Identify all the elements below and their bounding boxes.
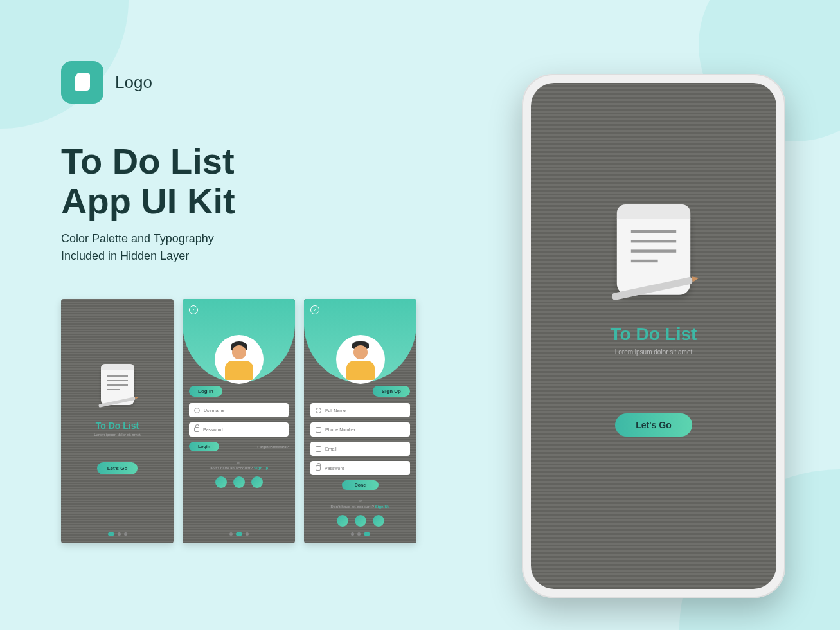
avatar bbox=[215, 335, 264, 384]
lock-icon bbox=[316, 465, 321, 471]
login-form: Username Password Login Forget Password?… bbox=[189, 403, 289, 488]
social-google-icon[interactable] bbox=[373, 515, 384, 526]
mail-icon bbox=[316, 446, 321, 452]
page-dots bbox=[229, 532, 249, 536]
lets-go-button[interactable]: Let's Go bbox=[615, 413, 692, 437]
back-button[interactable]: ‹ bbox=[189, 305, 198, 314]
subheadline: Color Palette and Typography Included in… bbox=[61, 230, 214, 265]
phone-field[interactable]: Phone Number bbox=[310, 422, 410, 437]
headline-line2: App UI Kit bbox=[61, 181, 235, 221]
subhead-line2: Included in Hidden Layer bbox=[61, 249, 189, 262]
social-google-icon[interactable] bbox=[251, 476, 263, 488]
signup-tab[interactable]: Sign Up bbox=[373, 386, 410, 397]
signup-prompt: Don't have an account? Sign up bbox=[189, 466, 289, 470]
password-field[interactable]: Password bbox=[189, 422, 289, 437]
scroll-paper-icon bbox=[617, 213, 690, 295]
login-button[interactable]: Login bbox=[189, 442, 219, 451]
phone-label: Phone Number bbox=[325, 428, 355, 432]
headline-line1: To Do List bbox=[61, 141, 235, 181]
phone-title: To Do List bbox=[611, 324, 697, 345]
forgot-password-link[interactable]: Forget Password? bbox=[257, 445, 289, 449]
splash-subtitle: Lorem ipsum dolor sit amet bbox=[94, 433, 140, 437]
username-field[interactable]: Username bbox=[189, 403, 289, 417]
or-divider: or bbox=[189, 460, 289, 464]
page-dots bbox=[108, 532, 127, 536]
phone-screen-splash: To Do List Lorem ipsum dolor sit amet Le… bbox=[531, 83, 776, 589]
password-label: Password bbox=[203, 428, 223, 432]
email-field[interactable]: Email bbox=[310, 442, 410, 456]
password-label: Password bbox=[325, 466, 344, 471]
thumb-splash: To Do List Lorem ipsum dolor sit amet Le… bbox=[61, 299, 174, 543]
fullname-label: Full Name bbox=[325, 408, 346, 413]
social-facebook-icon[interactable] bbox=[215, 476, 227, 488]
signup-form: Full Name Phone Number Email Password Do… bbox=[310, 403, 410, 526]
avatar bbox=[336, 335, 385, 384]
username-label: Username bbox=[204, 408, 224, 413]
social-twitter-icon[interactable] bbox=[233, 476, 245, 488]
signup-link[interactable]: Sign up bbox=[254, 466, 268, 470]
thumb-login: ‹ Log In Username Password Login Forget … bbox=[183, 299, 295, 543]
user-icon bbox=[316, 408, 321, 413]
email-label: Email bbox=[325, 447, 337, 451]
thumb-signup: ‹ Sign Up Full Name Phone Number Email P… bbox=[304, 299, 416, 543]
or-divider: or bbox=[310, 499, 410, 503]
headline: To Do ListApp UI Kit bbox=[61, 141, 235, 221]
splash-title: To Do List bbox=[96, 420, 139, 431]
signup-prompt: Don't have an account? Sign Up bbox=[310, 505, 410, 509]
phone-mockup: To Do List Lorem ipsum dolor sit amet Le… bbox=[522, 74, 785, 598]
page-dots bbox=[351, 532, 370, 536]
done-button[interactable]: Done bbox=[342, 480, 379, 490]
fullname-field[interactable]: Full Name bbox=[310, 403, 410, 417]
signup-link[interactable]: Sign Up bbox=[375, 505, 390, 509]
user-icon bbox=[194, 408, 200, 413]
lock-icon bbox=[194, 427, 199, 432]
login-tab[interactable]: Log In bbox=[189, 386, 222, 397]
lets-go-button[interactable]: Let's Go bbox=[97, 462, 138, 474]
logo-icon bbox=[61, 61, 103, 104]
scroll-paper-icon bbox=[101, 368, 134, 405]
social-twitter-icon[interactable] bbox=[355, 515, 366, 526]
phone-subtitle: Lorem ipsum dolor sit amet bbox=[615, 348, 693, 356]
social-facebook-icon[interactable] bbox=[337, 515, 348, 526]
screen-thumbnails: To Do List Lorem ipsum dolor sit amet Le… bbox=[61, 299, 416, 543]
phone-icon bbox=[316, 427, 321, 433]
social-buttons bbox=[189, 476, 289, 488]
subhead-line1: Color Palette and Typography bbox=[61, 232, 214, 245]
social-buttons bbox=[310, 515, 410, 526]
logo-text: Logo bbox=[115, 73, 152, 93]
password-field[interactable]: Password bbox=[310, 461, 410, 475]
back-button[interactable]: ‹ bbox=[310, 305, 319, 314]
logo-area: Logo bbox=[61, 61, 152, 104]
